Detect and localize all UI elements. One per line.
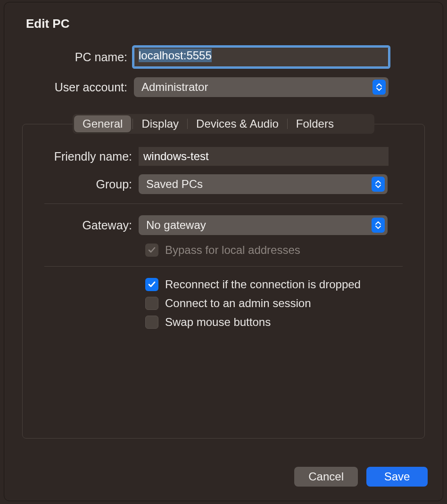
user-account-label: User account: [4, 81, 134, 94]
dialog-footer: Cancel Save [294, 467, 428, 487]
swap-mouse-label: Swap mouse buttons [165, 316, 271, 329]
bypass-checkbox-row: Bypass for local addresses [145, 244, 424, 257]
top-form: PC name: localhost:5555 User account: Ad… [4, 47, 443, 97]
user-account-value: Administrator [141, 81, 372, 94]
reconnect-checkbox[interactable] [145, 278, 158, 291]
admin-session-label: Connect to an admin session [165, 297, 311, 310]
cancel-button[interactable]: Cancel [294, 467, 358, 487]
tab-general[interactable]: General [74, 115, 131, 132]
gateway-value: No gateway [146, 219, 372, 232]
pc-name-input[interactable]: localhost:5555 [134, 47, 389, 67]
group-label: Group: [23, 178, 139, 191]
dialog-title: Edit PC [4, 2, 443, 31]
friendly-name-input[interactable] [139, 147, 389, 166]
user-account-select[interactable]: Administrator [134, 77, 389, 97]
swap-mouse-checkbox[interactable] [145, 316, 158, 329]
updown-stepper-icon [372, 80, 386, 95]
friendly-name-label: Friendly name: [23, 150, 139, 163]
group-value: Saved PCs [146, 178, 372, 191]
group-select[interactable]: Saved PCs [139, 174, 388, 194]
divider [44, 203, 403, 204]
save-button[interactable]: Save [366, 467, 428, 487]
divider [44, 266, 403, 267]
updown-stepper-icon [372, 177, 385, 192]
edit-pc-dialog: Edit PC PC name: localhost:5555 User acc… [4, 2, 443, 501]
tab-devices-audio[interactable]: Devices & Audio [188, 115, 287, 132]
reconnect-label: Reconnect if the connection is dropped [165, 278, 361, 291]
pc-name-label: PC name: [4, 50, 134, 64]
tab-display[interactable]: Display [133, 115, 187, 132]
pc-name-value: localhost:5555 [139, 49, 212, 62]
bypass-checkbox [145, 244, 158, 257]
updown-stepper-icon [372, 218, 385, 233]
gateway-label: Gateway: [23, 219, 139, 232]
tabs: General Display Devices & Audio Folders [73, 114, 374, 134]
gateway-select[interactable]: No gateway [139, 215, 388, 235]
general-panel: Friendly name: Group: Saved PCs Gateway:… [22, 124, 425, 439]
tab-folders[interactable]: Folders [288, 115, 342, 132]
admin-session-checkbox[interactable] [145, 297, 158, 310]
bypass-label: Bypass for local addresses [165, 244, 300, 257]
